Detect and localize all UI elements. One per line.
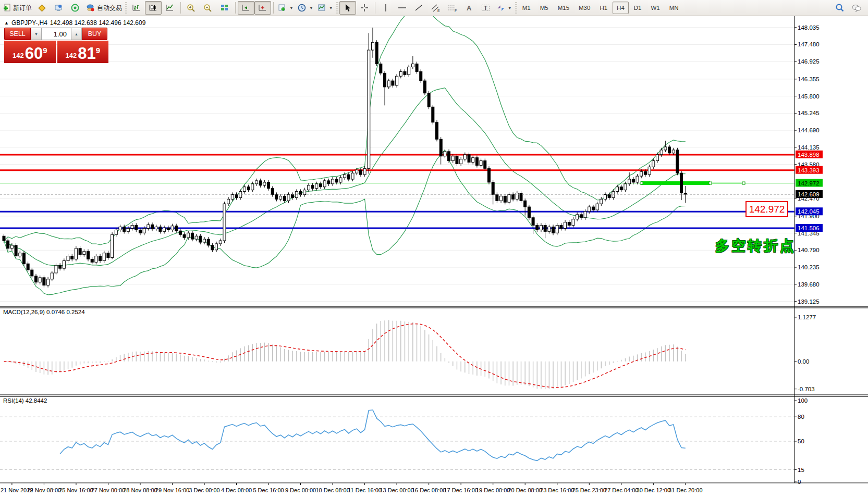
channel-button[interactable]: E <box>427 1 444 15</box>
indicators-icon <box>278 4 287 12</box>
symbol-name: GBPJPY-,H4 <box>11 19 47 27</box>
bar-chart-button[interactable] <box>128 1 145 15</box>
timeframe-h4-button[interactable]: H4 <box>613 2 629 14</box>
svg-text:146.925: 146.925 <box>798 58 820 65</box>
zoom-in-button[interactable] <box>183 1 200 15</box>
toolbar-separator <box>180 2 181 14</box>
chat-button[interactable] <box>848 1 865 15</box>
svg-text:9 Dec 00:00: 9 Dec 00:00 <box>285 487 316 493</box>
market-watch-button[interactable] <box>34 1 51 15</box>
autoscroll-button[interactable] <box>238 1 254 15</box>
svg-text:80: 80 <box>798 414 804 420</box>
svg-text:E: E <box>437 9 440 13</box>
symbol-ohlc-values: 142.498 142.638 142.496 142.609 <box>50 19 146 27</box>
timeframe-m1-button[interactable]: M1 <box>518 2 535 14</box>
bar-chart-icon <box>132 4 141 12</box>
collapse-triangle-icon[interactable]: ▲ <box>4 20 9 26</box>
trendline-handle <box>640 182 643 184</box>
toolbar: 新订单 自动交易 <box>0 0 868 16</box>
chart-shift-icon <box>258 4 267 12</box>
strategy-tester-button[interactable] <box>67 1 84 15</box>
volume-input[interactable] <box>42 28 71 40</box>
svg-text:145.800: 145.800 <box>798 93 820 99</box>
chart-area: 148.035147.480146.925146.355145.800145.2… <box>0 16 868 498</box>
autotrade-button[interactable]: 自动交易 <box>84 1 124 15</box>
chart-canvas[interactable]: 148.035147.480146.925146.355145.800145.2… <box>0 16 868 498</box>
zoom-out-icon <box>203 4 213 13</box>
trendline-button[interactable] <box>411 1 427 15</box>
sell-button[interactable]: SELL <box>4 28 31 40</box>
cursor-button[interactable] <box>339 1 356 15</box>
templates-button[interactable]: ▼ <box>315 1 335 15</box>
line-chart-icon <box>165 4 175 12</box>
svg-text:147.480: 147.480 <box>798 41 820 47</box>
tile-windows-button[interactable] <box>216 1 233 15</box>
timeframe-h1-button[interactable]: H1 <box>595 2 612 14</box>
candlestick-button[interactable] <box>145 1 162 15</box>
text-label-button[interactable]: T <box>478 1 494 15</box>
text-button[interactable]: A <box>461 1 478 15</box>
zoom-in-icon <box>187 4 196 13</box>
volume-increase-button[interactable]: ▲ <box>71 28 82 40</box>
buy-button[interactable]: BUY <box>82 28 107 40</box>
indicators-button[interactable]: ▼ <box>276 1 296 15</box>
timeframe-m15-button[interactable]: M15 <box>554 2 573 14</box>
new-order-label: 新订单 <box>13 4 32 13</box>
data-window-button[interactable] <box>51 1 67 15</box>
price-tag-label[interactable]: 142.972 <box>745 201 788 217</box>
svg-text:143.898: 143.898 <box>798 152 820 158</box>
svg-text:143.393: 143.393 <box>798 167 820 173</box>
signal-icon <box>71 4 80 12</box>
buy-price-base: 142 <box>65 52 77 59</box>
timeframe-m5-button[interactable]: M5 <box>536 2 553 14</box>
horizontal-line-icon <box>398 4 407 12</box>
trade-controls-row: SELL ▼ ▲ BUY <box>4 28 108 40</box>
svg-text:30 Dec 12:00: 30 Dec 12:00 <box>637 487 670 493</box>
channel-icon: E <box>431 4 441 13</box>
zoom-out-button[interactable] <box>200 1 216 15</box>
svg-text:F: F <box>455 9 457 13</box>
timeframe-bar: M1M5M15M30H1H4D1W1MN <box>518 2 683 14</box>
market-watch-icon <box>38 4 47 12</box>
candlestick-icon <box>149 4 158 12</box>
tile-windows-icon <box>220 4 229 12</box>
search-button[interactable] <box>832 1 848 15</box>
line-chart-button[interactable] <box>162 1 178 15</box>
trendline-handle <box>742 182 745 184</box>
timeframe-mn-button[interactable]: MN <box>665 2 683 14</box>
svg-text:1.1277: 1.1277 <box>798 314 816 320</box>
buy-price-button[interactable]: 142 81 9 <box>57 41 109 63</box>
svg-text:145.245: 145.245 <box>798 110 820 116</box>
fibonacci-icon: F <box>447 4 458 13</box>
timeframe-d1-button[interactable]: D1 <box>630 2 646 14</box>
data-window-icon <box>54 4 64 12</box>
periods-button[interactable]: ▼ <box>296 1 315 15</box>
arrows-caret-icon: ▼ <box>508 6 512 10</box>
timeframe-m30-button[interactable]: M30 <box>574 2 594 14</box>
arrows-button[interactable]: ▼ <box>494 1 514 15</box>
volume-decrease-button[interactable]: ▼ <box>31 28 42 40</box>
svg-text:27 Dec 04:00: 27 Dec 04:00 <box>604 487 638 493</box>
crosshair-button[interactable] <box>356 1 373 15</box>
svg-text:-0.703: -0.703 <box>798 386 815 392</box>
search-icon <box>835 3 845 13</box>
sell-price-button[interactable]: 142 60 9 <box>4 41 56 63</box>
svg-text:17 Dec 16:00: 17 Dec 16:00 <box>444 487 478 493</box>
chart-shift-button[interactable] <box>254 1 271 15</box>
svg-text:0.00: 0.00 <box>798 358 809 365</box>
sell-price-sup: 9 <box>43 46 47 55</box>
vertical-line-button[interactable] <box>377 1 394 15</box>
fibonacci-button[interactable]: F <box>444 1 461 15</box>
horizontal-line-button[interactable] <box>394 1 411 15</box>
svg-text:27 Nov 00:00: 27 Nov 00:00 <box>91 487 125 493</box>
autotrade-icon <box>86 4 95 12</box>
timeframe-w1-button[interactable]: W1 <box>647 2 664 14</box>
svg-text:A: A <box>467 4 472 12</box>
svg-text:5 Dec 16:00: 5 Dec 16:00 <box>253 487 284 493</box>
turning-point-annotation[interactable]: 多空转折点 <box>715 236 796 255</box>
new-order-button[interactable]: 新订单 <box>1 1 34 15</box>
svg-text:144.135: 144.135 <box>798 144 820 151</box>
rsi-label: RSI(14) 42.8442 <box>3 397 47 404</box>
toolbar-grip <box>125 2 127 14</box>
indicators-caret-icon: ▼ <box>289 6 294 10</box>
